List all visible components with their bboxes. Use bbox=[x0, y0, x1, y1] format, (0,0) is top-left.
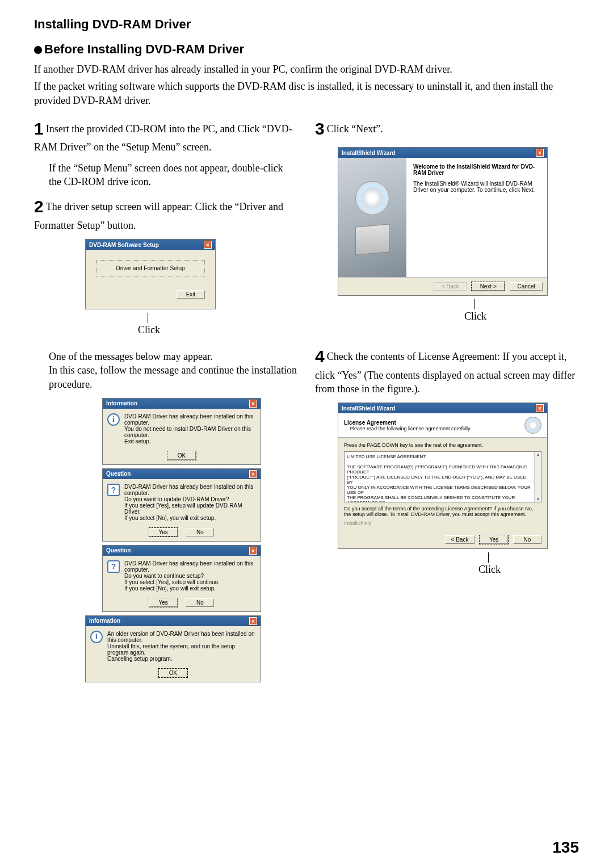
step-4-text: Check the contents of License Agreement:… bbox=[315, 351, 575, 395]
license-hint: Press the PAGE DOWN key to see the rest … bbox=[344, 442, 541, 448]
license-title: InstallShield Wizard bbox=[342, 405, 395, 412]
yes-button[interactable]: Yes bbox=[149, 598, 178, 607]
scrollbar[interactable] bbox=[534, 452, 541, 502]
page-number: 135 bbox=[552, 838, 579, 857]
q1-title: Question bbox=[106, 471, 131, 477]
step-number-2: 2 bbox=[34, 197, 44, 216]
license-agreement-dialog: InstallShield Wizard × License Agreement… bbox=[338, 402, 548, 549]
driver-formatter-setup-button[interactable]: Driver and Formatter Setup bbox=[96, 260, 205, 276]
bullet-icon bbox=[34, 46, 42, 54]
click-label-1: Click bbox=[0, 324, 298, 336]
step-4: 4Check the contents of License Agreement… bbox=[315, 345, 579, 396]
license-textarea[interactable]: LIMITED USE LICENSE AGREEMENT THE SOFTWA… bbox=[344, 451, 541, 502]
step-1: 1Insert the provided CD-ROM into the PC,… bbox=[34, 118, 298, 154]
wizard-paragraph: The InstallShield® Wizard will install D… bbox=[413, 181, 540, 193]
q2-title: Question bbox=[106, 547, 131, 553]
step-3-text: Click “Next”. bbox=[327, 123, 383, 135]
license-group-label: InstallShield bbox=[344, 521, 541, 526]
info-icon: i bbox=[107, 413, 120, 426]
click-label-3: Click bbox=[400, 564, 579, 576]
setup-dialog: DVD-RAM Software Setup × Driver and Form… bbox=[85, 239, 216, 309]
step-number-1: 1 bbox=[34, 119, 44, 138]
step-2: 2The driver setup screen will appear: Cl… bbox=[34, 195, 298, 232]
information-dialog-2: Information × i An older version of DVD-… bbox=[85, 615, 261, 682]
close-icon[interactable]: × bbox=[536, 149, 544, 157]
question-icon: ? bbox=[107, 560, 120, 573]
cd-icon bbox=[524, 417, 541, 434]
intro-paragraph-1: If another DVD-RAM driver has already in… bbox=[34, 62, 579, 76]
subsection-text: Before Installing DVD-RAM Driver bbox=[44, 42, 244, 56]
step-2-note: One of the messages below may appear. In… bbox=[49, 350, 298, 391]
page-title: Installing DVD-RAM Driver bbox=[34, 17, 579, 32]
close-icon[interactable]: × bbox=[249, 617, 257, 625]
wizard-title: InstallShield Wizard bbox=[342, 150, 395, 156]
close-icon[interactable]: × bbox=[249, 400, 257, 408]
ok-button[interactable]: OK bbox=[167, 451, 196, 460]
close-icon[interactable]: × bbox=[249, 547, 257, 555]
information-dialog-1: Information × i DVD-RAM Driver has alrea… bbox=[102, 398, 261, 465]
pointer-line bbox=[488, 552, 489, 563]
click-label-2: Click bbox=[372, 311, 579, 322]
back-button[interactable]: < Back bbox=[445, 535, 475, 544]
step-3: 3Click “Next”. bbox=[315, 118, 579, 141]
setup-dialog-title: DVD-RAM Software Setup bbox=[89, 242, 159, 248]
step-number-4: 4 bbox=[315, 347, 325, 366]
no-button[interactable]: No bbox=[186, 528, 214, 536]
question-dialog-2: Question × ? DVD-RAM Driver has already … bbox=[102, 545, 261, 612]
intro-paragraph-2: If the packet writing software which sup… bbox=[34, 79, 579, 107]
subsection-heading: Before Installing DVD-RAM Driver bbox=[34, 42, 579, 57]
question-icon: ? bbox=[107, 484, 120, 496]
q2-text: DVD-RAM Driver has already been installe… bbox=[124, 560, 256, 592]
next-button[interactable]: Next > bbox=[472, 282, 505, 291]
cancel-button[interactable]: Cancel bbox=[510, 282, 543, 291]
close-icon[interactable]: × bbox=[204, 241, 212, 249]
license-body-text: LIMITED USE LICENSE AGREEMENT THE SOFTWA… bbox=[347, 454, 539, 502]
info2-title: Information bbox=[89, 618, 120, 624]
q1-text: DVD-RAM Driver has already been installe… bbox=[124, 484, 256, 521]
installshield-wizard-dialog: InstallShield Wizard × Welcome to the In… bbox=[338, 147, 548, 296]
exit-button[interactable]: Exit bbox=[177, 290, 205, 299]
close-icon[interactable]: × bbox=[536, 404, 544, 412]
license-heading: License Agreement bbox=[344, 420, 471, 426]
license-question: Do you accept all the terms of the prece… bbox=[344, 506, 541, 517]
step-1b: If the “Setup Menu” screen does not appe… bbox=[49, 161, 298, 189]
no-button[interactable]: No bbox=[513, 535, 541, 544]
pointer-line bbox=[474, 299, 475, 309]
yes-button[interactable]: Yes bbox=[149, 528, 178, 536]
box-icon bbox=[355, 224, 389, 255]
pointer-line bbox=[148, 313, 148, 323]
license-sub: Please read the following license agreem… bbox=[350, 426, 471, 431]
cd-icon bbox=[355, 181, 389, 215]
step-2-text: The driver setup screen will appear: Cli… bbox=[34, 201, 283, 231]
ok-button[interactable]: OK bbox=[159, 669, 187, 677]
step-number-3: 3 bbox=[315, 119, 325, 138]
no-button[interactable]: No bbox=[186, 598, 214, 607]
yes-button[interactable]: Yes bbox=[480, 535, 508, 544]
info-icon: i bbox=[90, 631, 103, 643]
step-1-text: Insert the provided CD-ROM into the PC, … bbox=[34, 123, 292, 153]
back-button: < Back bbox=[434, 282, 467, 291]
wizard-side-graphic bbox=[338, 158, 406, 277]
info1-title: Information bbox=[106, 400, 137, 406]
info2-text: An older version of DVD-RAM Driver has b… bbox=[107, 631, 256, 662]
close-icon[interactable]: × bbox=[249, 470, 257, 478]
question-dialog-1: Question × ? DVD-RAM Driver has already … bbox=[102, 468, 261, 542]
info1-text: DVD-RAM Driver has already been installe… bbox=[124, 413, 256, 445]
wizard-heading: Welcome to the InstallShield Wizard for … bbox=[413, 163, 540, 176]
